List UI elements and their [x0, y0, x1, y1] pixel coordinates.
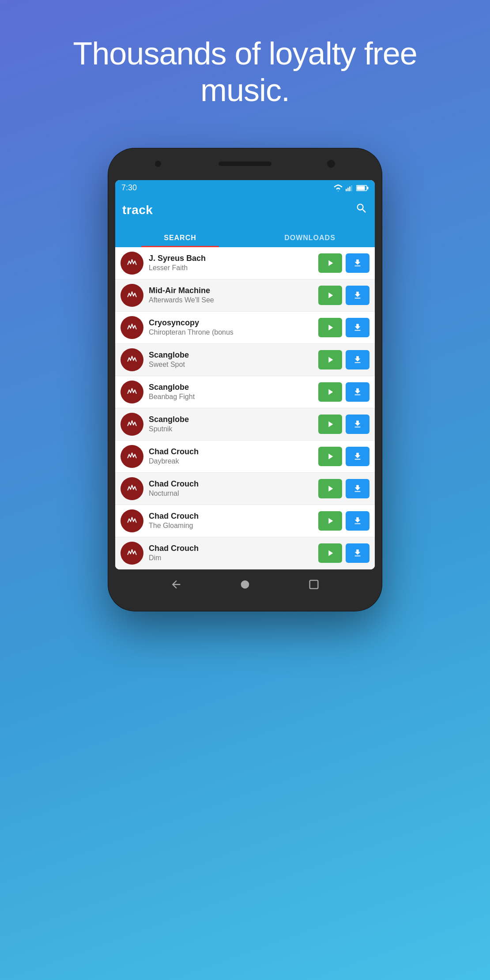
- wifi-icon: [333, 185, 343, 192]
- svg-point-8: [126, 289, 139, 302]
- play-button-4[interactable]: [318, 382, 342, 402]
- download-button-7[interactable]: [346, 479, 369, 498]
- track-avatar-0: [121, 252, 143, 275]
- svg-point-12: [126, 418, 139, 430]
- play-button-1[interactable]: [318, 286, 342, 305]
- search-button[interactable]: [355, 202, 368, 218]
- svg-rect-6: [367, 187, 369, 189]
- track-artist-3: Scanglobe: [149, 351, 313, 360]
- track-actions-6: [318, 447, 369, 466]
- phone-mockup: 7:30: [108, 148, 382, 611]
- track-actions-2: [318, 318, 369, 337]
- phone-top-bar: [115, 156, 375, 178]
- track-title-3: Sweet Spot: [149, 361, 313, 369]
- svg-point-13: [126, 450, 139, 463]
- download-button-1[interactable]: [346, 286, 369, 305]
- track-item: Scanglobe Sputnik: [115, 408, 375, 441]
- phone-sensor-left: [155, 161, 161, 167]
- play-button-7[interactable]: [318, 479, 342, 498]
- svg-point-11: [126, 385, 139, 398]
- nav-recents-button[interactable]: [307, 578, 320, 591]
- track-info-8: Chad Crouch The Gloaming: [149, 512, 313, 530]
- svg-point-10: [126, 353, 139, 366]
- track-info-1: Mid-Air Machine Afterwards We'll See: [149, 286, 313, 304]
- phone-speaker: [219, 162, 271, 166]
- download-button-8[interactable]: [346, 511, 369, 531]
- svg-rect-3: [351, 185, 352, 191]
- download-button-6[interactable]: [346, 447, 369, 466]
- play-button-5[interactable]: [318, 415, 342, 434]
- track-actions-8: [318, 511, 369, 531]
- track-item: Cryosyncopy Chiropteran Throne (bonus: [115, 312, 375, 344]
- headline: Thousands of loyalty free music.: [0, 35, 490, 109]
- track-title-8: The Gloaming: [149, 522, 313, 530]
- track-avatar-7: [121, 477, 143, 500]
- track-artist-8: Chad Crouch: [149, 512, 313, 521]
- track-actions-5: [318, 415, 369, 434]
- svg-point-15: [126, 514, 139, 527]
- status-icons: [333, 185, 369, 192]
- track-artist-4: Scanglobe: [149, 383, 313, 392]
- play-button-3[interactable]: [318, 350, 342, 369]
- track-actions-1: [318, 286, 369, 305]
- track-avatar-3: [121, 348, 143, 371]
- track-actions-7: [318, 479, 369, 498]
- status-time: 7:30: [121, 183, 137, 192]
- track-info-2: Cryosyncopy Chiropteran Throne (bonus: [149, 318, 313, 336]
- track-artist-9: Chad Crouch: [149, 544, 313, 553]
- track-info-3: Scanglobe Sweet Spot: [149, 351, 313, 369]
- track-actions-4: [318, 382, 369, 402]
- play-button-0[interactable]: [318, 253, 342, 273]
- track-title-0: Lesser Faith: [149, 264, 313, 272]
- tab-search[interactable]: SEARCH: [115, 234, 245, 247]
- track-item: Chad Crouch Nocturnal: [115, 473, 375, 505]
- signal-icon: [346, 185, 354, 192]
- track-avatar-2: [121, 316, 143, 339]
- play-button-9[interactable]: [318, 543, 342, 563]
- track-title-5: Sputnik: [149, 425, 313, 433]
- track-artist-0: J. Syreus Bach: [149, 254, 313, 263]
- play-button-8[interactable]: [318, 511, 342, 531]
- battery-icon: [356, 185, 369, 191]
- svg-rect-1: [347, 188, 349, 191]
- play-button-2[interactable]: [318, 318, 342, 337]
- track-item: Mid-Air Machine Afterwards We'll See: [115, 279, 375, 312]
- nav-home-button[interactable]: [238, 578, 252, 591]
- track-info-7: Chad Crouch Nocturnal: [149, 479, 313, 498]
- download-button-2[interactable]: [346, 318, 369, 337]
- track-avatar-8: [121, 509, 143, 532]
- track-artist-1: Mid-Air Machine: [149, 286, 313, 295]
- track-avatar-6: [121, 445, 143, 468]
- download-button-5[interactable]: [346, 415, 369, 434]
- track-title-4: Beanbag Fight: [149, 393, 313, 401]
- track-avatar-5: [121, 413, 143, 436]
- svg-rect-0: [346, 188, 347, 191]
- download-button-4[interactable]: [346, 382, 369, 402]
- download-button-0[interactable]: [346, 253, 369, 273]
- svg-point-14: [126, 482, 139, 495]
- track-artist-6: Chad Crouch: [149, 447, 313, 456]
- tab-downloads[interactable]: DOWNLOADS: [245, 234, 375, 247]
- track-item: Chad Crouch Daybreak: [115, 441, 375, 473]
- track-item: Chad Crouch The Gloaming: [115, 505, 375, 537]
- tabs-bar: SEARCH DOWNLOADS: [115, 224, 375, 247]
- track-info-4: Scanglobe Beanbag Fight: [149, 383, 313, 401]
- track-info-9: Chad Crouch Dim: [149, 544, 313, 562]
- track-actions-0: [318, 253, 369, 273]
- track-title-7: Nocturnal: [149, 490, 313, 498]
- track-item: Scanglobe Beanbag Fight: [115, 376, 375, 408]
- track-title-6: Daybreak: [149, 457, 313, 465]
- play-button-6[interactable]: [318, 447, 342, 466]
- status-bar: 7:30: [115, 180, 375, 196]
- nav-back-button[interactable]: [170, 578, 183, 591]
- download-button-3[interactable]: [346, 350, 369, 369]
- download-button-9[interactable]: [346, 543, 369, 563]
- track-actions-9: [318, 543, 369, 563]
- track-info-6: Chad Crouch Daybreak: [149, 447, 313, 465]
- phone-frame: 7:30: [108, 148, 382, 611]
- track-artist-5: Scanglobe: [149, 415, 313, 424]
- track-item: Scanglobe Sweet Spot: [115, 344, 375, 376]
- app-title: track: [122, 203, 153, 217]
- track-artist-2: Cryosyncopy: [149, 318, 313, 328]
- svg-point-7: [126, 256, 139, 269]
